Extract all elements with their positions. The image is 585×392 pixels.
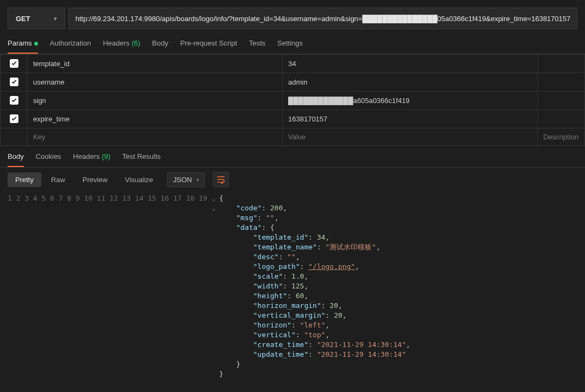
request-tabs: Params Authorization Headers (6) Body Pr… bbox=[0, 29, 585, 54]
table-row: username admin bbox=[1, 73, 585, 92]
param-desc-placeholder[interactable]: Description bbox=[538, 128, 585, 146]
resp-tab-test-results[interactable]: Test Results bbox=[122, 152, 161, 167]
viewmode-preview[interactable]: Preview bbox=[75, 172, 115, 187]
tab-body[interactable]: Body bbox=[152, 39, 168, 54]
viewmode-raw[interactable]: Raw bbox=[43, 172, 73, 187]
table-row-new: Key Value Description bbox=[1, 128, 585, 146]
params-table: template_id 34 username admin sign █████… bbox=[0, 54, 585, 146]
param-value-placeholder[interactable]: Value bbox=[283, 128, 538, 146]
param-checkbox[interactable] bbox=[10, 59, 18, 68]
fold-column: ⌄ ⌄ bbox=[212, 194, 219, 379]
url-text: http://69.234.201.174:9980/apis/boards/l… bbox=[75, 15, 570, 23]
param-checkbox[interactable] bbox=[10, 114, 18, 123]
tab-headers[interactable]: Headers (6) bbox=[103, 39, 141, 54]
param-key-cell[interactable]: sign bbox=[28, 92, 283, 110]
tab-params[interactable]: Params bbox=[8, 39, 38, 54]
param-value-cell[interactable]: 1638170157 bbox=[283, 110, 538, 128]
table-row: template_id 34 bbox=[1, 55, 585, 73]
param-checkbox[interactable] bbox=[10, 78, 18, 86]
resp-tab-headers[interactable]: Headers (9) bbox=[73, 152, 111, 167]
format-select[interactable]: JSON ▾ bbox=[167, 172, 205, 187]
tab-prerequest[interactable]: Pre-request Script bbox=[180, 39, 237, 54]
param-key-cell[interactable]: username bbox=[28, 73, 283, 92]
line-gutter: 1 2 3 4 5 6 7 8 9 10 11 12 13 14 15 16 1… bbox=[0, 194, 212, 379]
response-tabs: Body Cookies Headers (9) Test Results bbox=[0, 146, 585, 168]
param-desc-cell[interactable] bbox=[538, 92, 585, 110]
params-modified-indicator bbox=[34, 42, 38, 46]
tab-authorization[interactable]: Authorization bbox=[50, 39, 91, 54]
param-key-cell[interactable]: template_id bbox=[28, 55, 283, 73]
table-row: expire_time 1638170157 bbox=[1, 110, 585, 128]
response-toolbar: Pretty Raw Preview Visualize JSON ▾ bbox=[0, 168, 585, 191]
viewmode-visualize[interactable]: Visualize bbox=[117, 172, 161, 187]
param-desc-cell[interactable] bbox=[538, 55, 585, 73]
tab-settings[interactable]: Settings bbox=[277, 39, 303, 54]
resp-tab-body[interactable]: Body bbox=[8, 152, 24, 167]
wrap-lines-button[interactable] bbox=[213, 172, 229, 187]
url-input[interactable]: http://69.234.201.174:9980/apis/boards/l… bbox=[68, 8, 577, 29]
param-checkbox[interactable] bbox=[10, 96, 18, 105]
param-key-placeholder[interactable]: Key bbox=[28, 128, 283, 146]
viewmode-pretty[interactable]: Pretty bbox=[8, 172, 41, 187]
param-key-cell[interactable]: expire_time bbox=[28, 110, 283, 128]
param-value-cell[interactable]: █████████████a605a0366c1f419 bbox=[283, 92, 538, 110]
http-method-label: GET bbox=[16, 15, 30, 23]
table-row: sign █████████████a605a0366c1f419 bbox=[1, 92, 585, 110]
param-value-cell[interactable]: 34 bbox=[283, 55, 538, 73]
chevron-down-icon: ▾ bbox=[54, 15, 57, 22]
param-desc-cell[interactable] bbox=[538, 110, 585, 128]
param-value-cell[interactable]: admin bbox=[283, 73, 538, 92]
resp-tab-cookies[interactable]: Cookies bbox=[36, 152, 61, 167]
param-desc-cell[interactable] bbox=[538, 73, 585, 92]
tab-tests[interactable]: Tests bbox=[249, 39, 265, 54]
http-method-select[interactable]: GET ▾ bbox=[8, 8, 65, 29]
chevron-down-icon: ▾ bbox=[196, 177, 199, 183]
response-code: { "code": 200, "msg": "", "data": { "tem… bbox=[219, 194, 410, 379]
response-body-viewer[interactable]: 1 2 3 4 5 6 7 8 9 10 11 12 13 14 15 16 1… bbox=[0, 191, 585, 379]
